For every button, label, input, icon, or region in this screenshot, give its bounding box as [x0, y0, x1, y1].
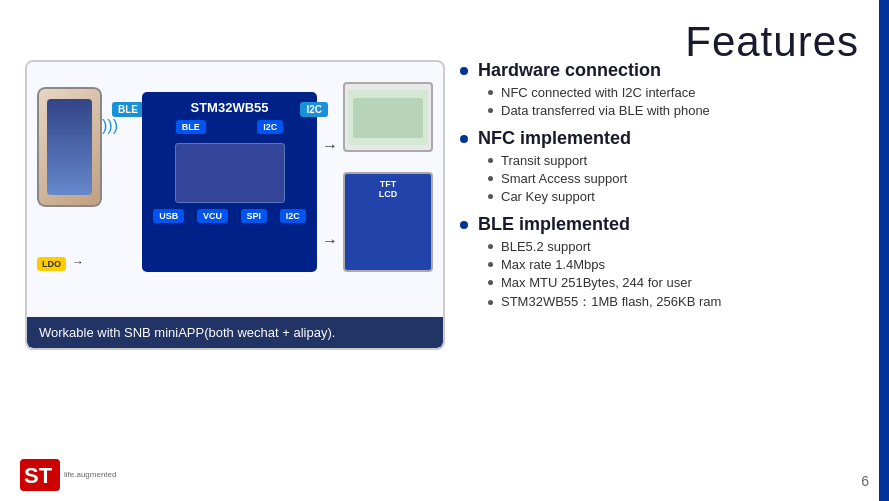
hardware-sub-text-1: NFC connected with I2C interface: [501, 85, 695, 100]
phone-image: [37, 87, 102, 207]
feature-ble-label: BLE implemented: [478, 214, 630, 235]
ldo-arrow-icon: →: [72, 255, 84, 269]
nfc-sub-text-1: Transit support: [501, 153, 587, 168]
arrow-right-icon: →: [322, 137, 338, 155]
nfc-sub-1: Transit support: [488, 153, 869, 168]
hardware-sub-1: NFC connected with I2C interface: [488, 85, 869, 100]
feature-nfc-header: NFC implemented: [460, 128, 869, 149]
feature-hardware-header: Hardware connection: [460, 60, 869, 81]
ble-sub-4: STM32WB55：1MB flash, 256KB ram: [488, 293, 869, 311]
sub-bullet-icon: [488, 262, 493, 267]
diagram-box: ))) BLE STM32WB55 BLE I2C USB VCU SPI I2…: [25, 60, 445, 350]
accent-bar: [879, 0, 889, 501]
sub-bullet-icon: [488, 176, 493, 181]
nfc-sub-text-2: Smart Access support: [501, 171, 627, 186]
logo-tagline: life.augmented: [64, 470, 116, 480]
chip-tag-spi: SPI: [241, 209, 268, 223]
nfc-sub-text-3: Car Key support: [501, 189, 595, 204]
bullet-hardware-icon: [460, 67, 468, 75]
i2c-tag: I2C: [300, 102, 328, 117]
page-number: 6: [861, 473, 869, 489]
chip-tag-vcu: VCU: [197, 209, 228, 223]
chip-center-image: [175, 143, 285, 203]
chip-top-tags: BLE I2C: [142, 120, 317, 139]
hardware-sub-items: NFC connected with I2C interface Data tr…: [460, 85, 869, 118]
workable-text: Workable with SNB miniAPP(both wechat + …: [27, 317, 443, 348]
nfc-sub-items: Transit support Smart Access support Car…: [460, 153, 869, 204]
chip-tag-ble: BLE: [176, 120, 206, 134]
ble-sub-3: Max MTU 251Bytes, 244 for user: [488, 275, 869, 290]
chip-bottom-tags: USB VCU SPI I2C: [142, 207, 317, 225]
chip-tag-i2c2: I2C: [280, 209, 306, 223]
ble-sub-text-1: BLE5.2 support: [501, 239, 591, 254]
ble-sub-items: BLE5.2 support Max rate 1.4Mbps Max MTU …: [460, 239, 869, 311]
ble-sub-text-2: Max rate 1.4Mbps: [501, 257, 605, 272]
hardware-sub-text-2: Data transferred via BLE with phone: [501, 103, 710, 118]
sub-bullet-icon: [488, 158, 493, 163]
diagram-section: ))) BLE STM32WB55 BLE I2C USB VCU SPI I2…: [25, 60, 445, 390]
page-title: Features: [685, 18, 859, 66]
ble-sub-1: BLE5.2 support: [488, 239, 869, 254]
lcd-display: TFTLCD: [343, 172, 433, 272]
sub-bullet-icon: [488, 244, 493, 249]
chip-tag-i2c: I2C: [257, 120, 283, 134]
st-logo-icon: ST: [20, 459, 60, 491]
tagline-text: life.augmented: [64, 470, 116, 480]
hardware-sub-2: Data transferred via BLE with phone: [488, 103, 869, 118]
feature-hardware-label: Hardware connection: [478, 60, 661, 81]
ble-tag: BLE: [112, 102, 144, 117]
feature-hardware: Hardware connection NFC connected with I…: [460, 60, 869, 118]
chip-tag-usb: USB: [153, 209, 184, 223]
slide-page: Features ))) BLE STM32WB55 BLE I2C: [0, 0, 889, 501]
bullet-nfc-icon: [460, 135, 468, 143]
features-section: Hardware connection NFC connected with I…: [460, 60, 869, 321]
sub-bullet-icon: [488, 300, 493, 305]
chip-label: STM32WB55: [142, 92, 317, 120]
sub-bullet-icon: [488, 108, 493, 113]
sub-bullet-icon: [488, 280, 493, 285]
sub-bullet-icon: [488, 90, 493, 95]
nfc-sub-3: Car Key support: [488, 189, 869, 204]
feature-nfc: NFC implemented Transit support Smart Ac…: [460, 128, 869, 204]
feature-ble: BLE implemented BLE5.2 support Max rate …: [460, 214, 869, 311]
feature-ble-header: BLE implemented: [460, 214, 869, 235]
bullet-ble-icon: [460, 221, 468, 229]
svg-text:ST: ST: [24, 463, 53, 488]
feature-nfc-label: NFC implemented: [478, 128, 631, 149]
ldo-label: LDO: [37, 257, 66, 271]
ble-sub-2: Max rate 1.4Mbps: [488, 257, 869, 272]
nfc-sub-2: Smart Access support: [488, 171, 869, 186]
footer: ST life.augmented: [20, 459, 116, 491]
ble-sub-text-4: STM32WB55：1MB flash, 256KB ram: [501, 293, 721, 311]
ble-sub-text-3: Max MTU 251Bytes, 244 for user: [501, 275, 692, 290]
sub-bullet-icon: [488, 194, 493, 199]
ble-waves-icon: ))): [102, 117, 118, 135]
chip-diagram: STM32WB55 BLE I2C USB VCU SPI I2C: [142, 92, 317, 272]
board-image: [343, 82, 433, 152]
arrow-right-lcd-icon: →: [322, 232, 338, 250]
